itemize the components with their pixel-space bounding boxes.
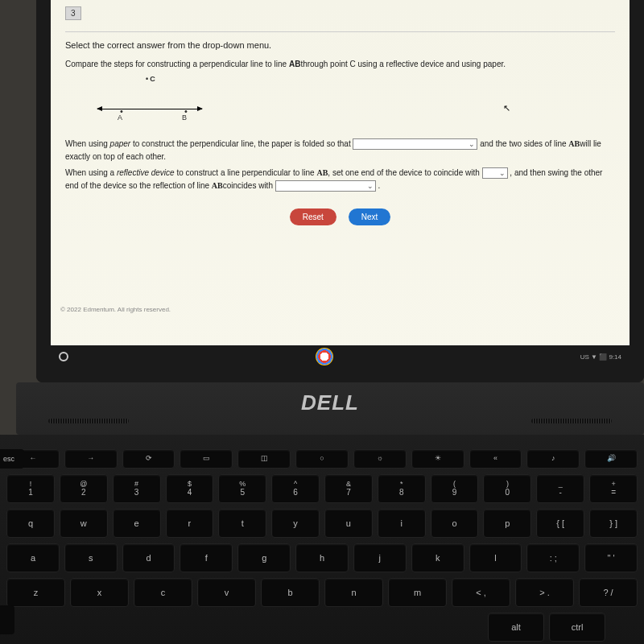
key-}[interactable]: } ] bbox=[589, 509, 638, 538]
key-v[interactable]: v bbox=[197, 578, 256, 607]
key-:[interactable]: : ; bbox=[526, 543, 580, 572]
button-row: Reset Next bbox=[65, 208, 615, 225]
key-ctrl[interactable]: ctrl bbox=[549, 613, 605, 642]
key-j[interactable]: j bbox=[353, 543, 407, 572]
key-n[interactable]: n bbox=[324, 578, 383, 607]
key->[interactable]: > . bbox=[515, 578, 574, 607]
num-key-=[interactable]: += bbox=[589, 474, 638, 503]
fn-key-5[interactable]: ○ bbox=[295, 449, 349, 469]
asdf-row: asdfghjkl: ;" ' bbox=[6, 543, 638, 572]
num-key-6[interactable]: ^6 bbox=[271, 474, 320, 503]
num-key--[interactable]: _- bbox=[536, 474, 584, 503]
key-d[interactable]: d bbox=[122, 543, 175, 572]
key-<[interactable]: < , bbox=[452, 578, 510, 607]
key-h[interactable]: h bbox=[295, 543, 349, 572]
chromeos-taskbar[interactable]: US ▼ ⬛ 9:14 bbox=[51, 345, 630, 368]
question-number-badge: 3 bbox=[65, 6, 81, 20]
qwerty-row: qwertyuiop{ [} ] bbox=[6, 509, 638, 538]
point-b-label: B bbox=[182, 114, 187, 122]
key-m[interactable]: m bbox=[388, 578, 447, 607]
prompt-ab: AB bbox=[289, 60, 300, 68]
paragraph-1: When using paper to construct the perpen… bbox=[65, 138, 615, 163]
num-key-5[interactable]: %5 bbox=[218, 474, 266, 503]
num-key-0[interactable]: )0 bbox=[483, 474, 531, 503]
system-tray[interactable]: US ▼ ⬛ 9:14 bbox=[580, 353, 621, 361]
num-key-3[interactable]: #3 bbox=[113, 474, 161, 503]
partial-key-left bbox=[0, 605, 14, 634]
key-l[interactable]: l bbox=[469, 543, 522, 572]
mouse-cursor-icon: ↖ bbox=[503, 103, 510, 114]
key-?[interactable]: ? / bbox=[579, 578, 638, 607]
key-t[interactable]: t bbox=[218, 509, 266, 538]
key-k[interactable]: k bbox=[411, 543, 464, 572]
point-a-label: A bbox=[118, 114, 122, 122]
num-key-2[interactable]: @2 bbox=[60, 474, 108, 503]
fn-key-4[interactable]: ◫ bbox=[237, 449, 291, 469]
quiz-content: 3 Select the correct answer from the dro… bbox=[51, 0, 630, 344]
function-row: ←→⟳▭◫○☼☀«♪🔊 bbox=[6, 449, 638, 469]
laptop-bezel: DELL bbox=[16, 382, 644, 435]
question-prompt: Compare the steps for constructing a per… bbox=[65, 60, 615, 68]
num-key-1[interactable]: !1 bbox=[6, 474, 55, 503]
esc-key[interactable]: esc bbox=[0, 449, 24, 469]
launcher-icon[interactable] bbox=[59, 352, 68, 361]
zxcv-row: zxcvbnm< ,> .? / bbox=[6, 578, 638, 607]
key-p[interactable]: p bbox=[483, 509, 531, 538]
num-key-8[interactable]: *8 bbox=[378, 474, 426, 503]
laptop-screen: 3 Select the correct answer from the dro… bbox=[36, 0, 644, 382]
fn-key-7[interactable]: ☀ bbox=[411, 449, 464, 469]
number-row: !1@2#3$4%5^6&7*8(9)0_-+= bbox=[6, 474, 638, 503]
key-b[interactable]: b bbox=[261, 578, 320, 607]
num-key-4[interactable]: $4 bbox=[166, 474, 214, 503]
key-{[interactable]: { [ bbox=[536, 509, 584, 538]
key-w[interactable]: w bbox=[60, 509, 108, 538]
next-button[interactable]: Next bbox=[349, 208, 391, 225]
dropdown-2[interactable] bbox=[482, 167, 508, 179]
fn-key-1[interactable]: → bbox=[64, 449, 118, 469]
instruction-text: Select the correct answer from the drop-… bbox=[65, 40, 615, 50]
paragraph-2: When using a reflective device to constr… bbox=[65, 167, 615, 192]
key-e[interactable]: e bbox=[113, 509, 161, 538]
fn-key-10[interactable]: 🔊 bbox=[584, 449, 638, 469]
prompt-post: through point C using a reflective devic… bbox=[300, 60, 506, 68]
dropdown-1[interactable] bbox=[353, 138, 477, 150]
chrome-icon[interactable] bbox=[316, 348, 333, 365]
key-a[interactable]: a bbox=[6, 543, 60, 572]
key-f[interactable]: f bbox=[180, 543, 233, 572]
key-s[interactable]: s bbox=[64, 543, 118, 572]
dropdown-3[interactable] bbox=[275, 180, 376, 192]
key-z[interactable]: z bbox=[6, 578, 65, 607]
key-u[interactable]: u bbox=[324, 509, 373, 538]
speaker-left bbox=[48, 419, 129, 423]
prompt-pre: Compare the steps for constructing a per… bbox=[65, 60, 289, 68]
key-c[interactable]: c bbox=[134, 578, 192, 607]
copyright-text: © 2022 Edmentum. All rights reserved. bbox=[60, 306, 171, 313]
key-q[interactable]: q bbox=[6, 509, 55, 538]
key-g[interactable]: g bbox=[237, 543, 291, 572]
key-"[interactable]: " ' bbox=[584, 543, 638, 572]
fn-key-3[interactable]: ▭ bbox=[180, 449, 233, 469]
fn-key-8[interactable]: « bbox=[469, 449, 522, 469]
divider bbox=[65, 31, 615, 32]
fn-key-9[interactable]: ♪ bbox=[526, 449, 580, 469]
geometry-diagram: C • • A B ↖ bbox=[97, 75, 615, 123]
key-alt[interactable]: alt bbox=[488, 613, 544, 642]
fn-key-6[interactable]: ☼ bbox=[353, 449, 407, 469]
key-r[interactable]: r bbox=[166, 509, 214, 538]
dell-logo: DELL bbox=[16, 390, 644, 415]
modifier-row: altctrl bbox=[6, 613, 638, 642]
key-o[interactable]: o bbox=[431, 509, 479, 538]
keyboard: esc ←→⟳▭◫○☼☀«♪🔊 !1@2#3$4%5^6&7*8(9)0_-+=… bbox=[0, 435, 644, 644]
reset-button[interactable]: Reset bbox=[290, 208, 336, 225]
point-c-label: C bbox=[146, 75, 155, 83]
key-i[interactable]: i bbox=[378, 509, 426, 538]
key-y[interactable]: y bbox=[271, 509, 320, 538]
fn-key-2[interactable]: ⟳ bbox=[122, 449, 175, 469]
num-key-7[interactable]: &7 bbox=[324, 474, 373, 503]
key-x[interactable]: x bbox=[70, 578, 129, 607]
num-key-9[interactable]: (9 bbox=[431, 474, 479, 503]
speaker-right bbox=[531, 419, 612, 423]
